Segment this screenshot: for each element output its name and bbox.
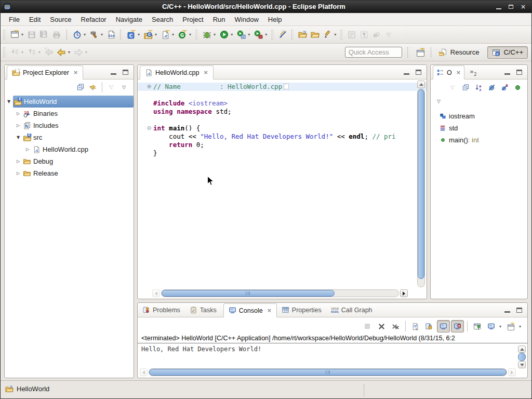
scrollbar-thumb[interactable] [162, 290, 335, 297]
menu-help[interactable]: Help [263, 14, 287, 25]
close-icon[interactable]: × [204, 69, 208, 76]
tree-row-binaries[interactable]: ▷ Binaries [5, 108, 134, 119]
focus-button[interactable] [447, 82, 458, 92]
menu-file[interactable]: File [4, 14, 24, 25]
next-annotation-button[interactable] [8, 46, 21, 59]
stacked-views-indicator[interactable]: »2 [470, 68, 477, 77]
forward-button[interactable] [72, 46, 85, 59]
tasks-tab[interactable]: Tasks [185, 303, 221, 317]
scrollbar-thumb[interactable] [149, 369, 507, 376]
scroll-lock-button[interactable] [423, 320, 436, 332]
last-edit-location-button[interactable] [43, 46, 55, 59]
scroll-left-button[interactable] [152, 289, 160, 297]
editor-tab-helloworld-cpp[interactable]: HelloWorld.cpp × [140, 65, 214, 79]
maximize-view-button[interactable] [123, 70, 128, 75]
toolbar-drag-handle[interactable] [272, 30, 274, 40]
editor-vertical-scrollbar[interactable] [417, 81, 425, 287]
maximize-view-button[interactable] [516, 308, 522, 313]
build-button[interactable] [88, 29, 100, 41]
view-menu-button[interactable]: ▽ [437, 99, 441, 104]
display-console-dropdown[interactable]: ▾ [499, 324, 501, 329]
scroll-up-button[interactable] [417, 81, 425, 88]
debug-dropdown[interactable]: ▾ [214, 32, 216, 37]
coverage-dropdown[interactable]: ▾ [265, 32, 267, 37]
display-console-button[interactable] [485, 320, 498, 332]
expander-icon[interactable]: ▷ [14, 171, 22, 176]
tree-row-includes[interactable]: ▷ Includes [5, 119, 134, 131]
toggle-mark-occurrences-button[interactable] [276, 29, 289, 41]
menu-source[interactable]: Source [45, 14, 76, 25]
tree-row-release[interactable]: ▷ Release [5, 167, 134, 179]
collapse-all-button[interactable] [460, 82, 471, 92]
next-annotation-dropdown[interactable]: ▾ [21, 50, 23, 55]
back-dropdown[interactable]: ▾ [68, 50, 70, 55]
forward-dropdown[interactable]: ▾ [85, 50, 87, 55]
hide-non-public-button[interactable] [512, 82, 523, 92]
menu-edit[interactable]: Edit [24, 14, 45, 25]
more-tools-button[interactable] [383, 29, 395, 41]
tree-row-helloworld[interactable]: ▼ HelloWorld [5, 96, 134, 108]
scroll-left-button[interactable] [140, 368, 148, 376]
toolbar-drag-handle[interactable] [291, 30, 294, 40]
toolbar-drag-handle[interactable] [4, 30, 6, 40]
expander-icon[interactable]: ▼ [5, 99, 13, 104]
new-c-project-dropdown[interactable]: ▾ [138, 32, 140, 37]
toolbar-drag-handle[interactable] [407, 47, 409, 58]
marker-pen-dropdown[interactable]: ▾ [334, 32, 336, 37]
debug-button[interactable] [201, 29, 213, 41]
new-c-folder-button[interactable] [142, 29, 154, 41]
run-dropdown[interactable]: ▾ [231, 32, 233, 37]
menu-search[interactable]: Search [147, 14, 178, 25]
scrollbar-thumb[interactable] [418, 89, 424, 279]
save-all-button[interactable] [38, 29, 50, 41]
remove-all-terminated-button[interactable] [389, 320, 402, 332]
toolbar-drag-handle[interactable] [341, 30, 343, 40]
fold-expanded-icon[interactable]: ⊖ [145, 124, 153, 132]
new-c-source-dropdown[interactable]: ▾ [172, 32, 174, 37]
scrollbar-track[interactable] [161, 289, 399, 297]
binary-file-button[interactable]: 010 [105, 29, 117, 41]
project-explorer-tab[interactable]: Project Explorer × [7, 65, 83, 79]
previous-annotation-button[interactable] [25, 46, 38, 59]
maximize-editor-button[interactable] [416, 70, 421, 75]
profile-button[interactable] [71, 29, 83, 41]
profile-dropdown[interactable]: ▾ [84, 32, 86, 37]
console-tab[interactable]: Console × [223, 303, 277, 317]
hide-static-button[interactable]: S [499, 82, 510, 92]
import-button[interactable] [296, 29, 309, 41]
outline-tab[interactable]: O × [433, 65, 464, 79]
print-button[interactable] [50, 29, 63, 41]
toolbar-drag-handle[interactable] [196, 30, 198, 40]
eclipse-app-icon[interactable] [3, 3, 11, 11]
scrollbar-track[interactable] [417, 89, 425, 287]
hide-fields-button[interactable] [486, 82, 497, 92]
quick-access-input[interactable] [345, 47, 402, 58]
new-gprof-button[interactable]: G [176, 29, 189, 41]
menu-run[interactable]: Run [208, 14, 230, 25]
back-button[interactable] [55, 46, 68, 59]
profile-run-button[interactable] [235, 29, 247, 41]
scroll-down-button[interactable] [518, 361, 526, 368]
link-with-editor-button[interactable] [87, 82, 98, 92]
window-maximize-button[interactable] [509, 5, 513, 9]
run-button[interactable] [218, 29, 230, 41]
focus-button[interactable] [106, 82, 117, 92]
tree-row-debug[interactable]: ▷ Debug [5, 155, 134, 167]
problems-tab[interactable]: Problems [138, 303, 185, 317]
open-console-button[interactable] [504, 320, 517, 332]
window-minimize-button[interactable] [496, 8, 501, 9]
clear-formatting-button[interactable] [370, 29, 383, 41]
code-editor[interactable]: ⊕// Name : HelloWorld.cpp #include <iost… [138, 79, 427, 299]
show-whitespace-button[interactable]: ¶ [358, 29, 370, 41]
profile-run-dropdown[interactable]: ▾ [248, 32, 250, 37]
export-button[interactable] [309, 29, 321, 41]
show-stderr-button[interactable]: × [451, 320, 464, 332]
close-icon[interactable]: × [456, 69, 461, 76]
console-vertical-scrollbar[interactable] [518, 345, 526, 369]
view-menu-button[interactable]: ▽ [118, 82, 129, 92]
scroll-up-button[interactable] [518, 345, 526, 353]
expander-icon[interactable]: ▼ [14, 135, 22, 140]
scrollbar-thumb[interactable] [518, 353, 526, 361]
close-icon[interactable]: × [267, 307, 272, 314]
folded-region-indicator[interactable] [284, 84, 289, 89]
